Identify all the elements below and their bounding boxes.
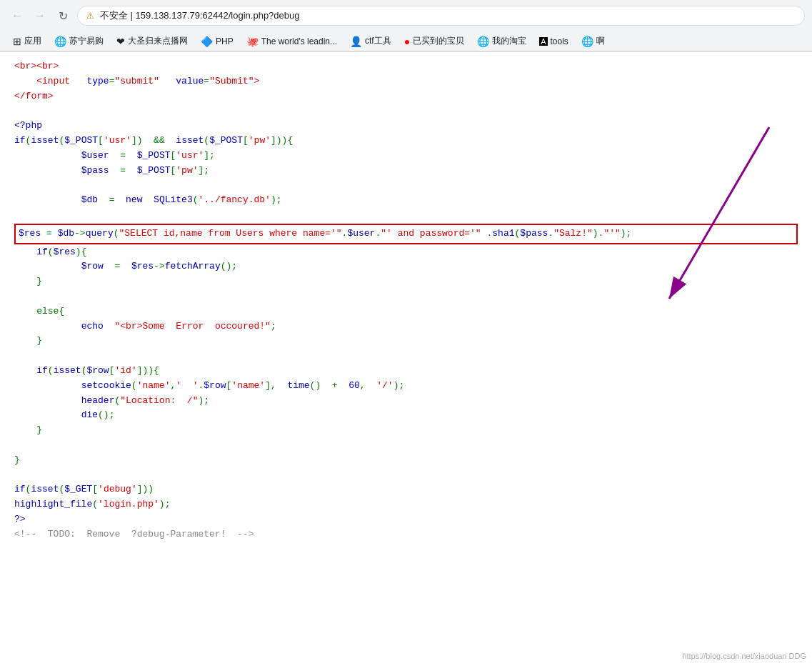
code-line-ifres: if($res){	[14, 245, 798, 260]
bookmark-suning[interactable]: 🌐 苏宁易购	[49, 33, 109, 49]
bookmark-github-label: The world's leadin...	[261, 36, 337, 46]
code-line-blank4	[14, 289, 798, 304]
bookmark-php[interactable]: 🔷 PHP	[195, 34, 239, 49]
code-line-echo: echo "<br>Some Error occoured!";	[14, 319, 798, 334]
github-icon: 🐙	[246, 36, 259, 47]
code-line-blank5	[14, 349, 798, 364]
code-line-blank7	[14, 468, 798, 483]
bookmark-mytaobao-label: 我的淘宝	[492, 35, 526, 47]
code-line-die: die();	[14, 408, 798, 423]
bookmark-ah[interactable]: 🌐 啊	[576, 33, 611, 49]
code-line-highlight: highlight_file('login.php');	[14, 497, 798, 512]
bookmark-dashen[interactable]: ❤ 大圣归来点播网	[111, 33, 194, 49]
highlighted-query-line: $res = $db->query("SELECT id,name from U…	[14, 224, 798, 244]
taobao-bought-icon: ●	[404, 36, 410, 47]
bookmark-apps[interactable]: ⊞ 应用	[7, 33, 47, 49]
url-text: 不安全 | 159.138.137.79:62442/login.php?deb…	[100, 9, 300, 22]
tools-icon: A	[539, 37, 547, 46]
code-line-ifrow: if(isset($row['id'])){	[14, 364, 798, 379]
code-line-db: $db = new SQLite3('../fancy.db');	[14, 193, 798, 208]
browser-chrome: ← → ↻ ⚠ 不安全 | 159.138.137.79:62442/login…	[0, 0, 812, 52]
code-line-pass: $pass = $_POST['pw'];	[14, 164, 798, 179]
address-bar[interactable]: ⚠ 不安全 | 159.138.137.79:62442/login.php?d…	[77, 6, 805, 26]
bookmark-mytaobao[interactable]: 🌐 我的淘宝	[471, 33, 532, 49]
bookmark-taobao-bought[interactable]: ● 已买到的宝贝	[399, 33, 470, 49]
code-line-1: <br><br>	[14, 59, 798, 74]
bookmark-ah-label: 啊	[596, 35, 605, 47]
bookmarks-bar: ⊞ 应用 🌐 苏宁易购 ❤ 大圣归来点播网 🔷 PHP 🐙 The world'…	[0, 31, 812, 51]
nav-buttons: ← → ↻	[7, 6, 73, 26]
bookmark-ctf[interactable]: 👤 ctf工具	[344, 33, 397, 49]
code-line-3: </form>	[14, 89, 798, 104]
bookmark-github[interactable]: 🐙 The world's leadin...	[241, 34, 343, 49]
code-line-header: header("Location: /");	[14, 394, 798, 409]
code-line-close2: }	[14, 334, 798, 349]
bookmark-tools-label: tools	[551, 36, 568, 46]
bookmark-apps-label: 应用	[24, 35, 41, 47]
php-icon: 🔷	[201, 36, 213, 47]
bookmark-dashen-label: 大圣归来点播网	[128, 35, 188, 47]
apps-icon: ⊞	[13, 36, 21, 47]
code-line-close4: }	[14, 453, 798, 468]
ah-icon: 🌐	[581, 36, 593, 47]
code-line-close1: }	[14, 274, 798, 289]
code-line-phptag: <?php	[14, 119, 798, 134]
code-line-blank3	[14, 208, 798, 223]
reload-button[interactable]: ↻	[53, 6, 73, 26]
code-line-2: <input type="submit" value="Submit">	[14, 74, 798, 89]
code-line-if1: if(isset($_POST['usr']) && isset($_POST[…	[14, 134, 798, 149]
forward-button[interactable]: →	[30, 6, 50, 26]
bookmark-tools[interactable]: A tools	[533, 34, 574, 49]
back-button[interactable]: ←	[7, 6, 27, 26]
code-line-phpclose: ?>	[14, 512, 798, 527]
bookmark-ctf-label: ctf工具	[365, 35, 391, 47]
code-line-setcookie: setcookie('name',' '.$row['name'], time(…	[14, 379, 798, 394]
security-icon: ⚠	[86, 11, 94, 21]
code-area: <br><br> <input type="submit" value="Sub…	[0, 52, 812, 638]
code-line-user: $user = $_POST['usr'];	[14, 149, 798, 164]
code-line-blank2	[14, 178, 798, 193]
code-line-blank1	[14, 104, 798, 119]
mytaobao-icon: 🌐	[477, 36, 489, 47]
code-line-ifdebug: if(isset($_GET['debug']))	[14, 482, 798, 497]
code-line-row: $row = $res->fetchArray();	[14, 259, 798, 274]
bookmark-suning-label: 苏宁易购	[69, 35, 104, 47]
suning-icon: 🌐	[54, 36, 66, 47]
ctf-icon: 👤	[350, 36, 362, 47]
dashen-icon: ❤	[116, 36, 125, 47]
code-line-blank6	[14, 438, 798, 453]
code-line-close3: }	[14, 423, 798, 438]
code-line-comment: <!-- TODO: Remove ?debug-Parameter! -->	[14, 527, 798, 542]
bookmark-php-label: PHP	[216, 36, 234, 46]
bookmark-taobao-bought-label: 已买到的宝贝	[413, 35, 464, 47]
code-line-else: else{	[14, 304, 798, 319]
browser-toolbar: ← → ↻ ⚠ 不安全 | 159.138.137.79:62442/login…	[0, 0, 812, 31]
